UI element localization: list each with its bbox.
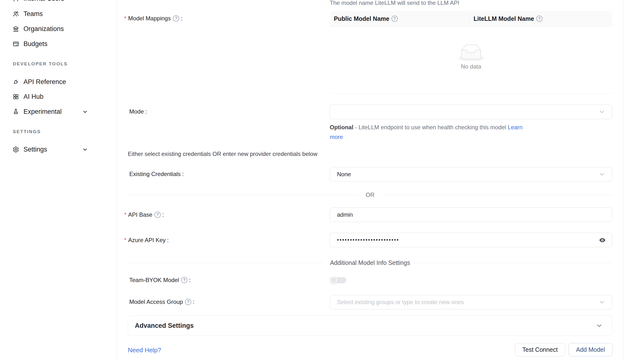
existing-credentials-value: None (337, 171, 351, 178)
api-base-value: admin (337, 211, 353, 218)
sidebar-section-settings: SETTINGS (13, 129, 41, 134)
sidebar-item-api-reference[interactable]: API Reference (0, 75, 117, 88)
table-bottom-border (330, 94, 612, 94)
chevron-down-icon (598, 299, 605, 306)
sidebar-item-label: Experimental (24, 108, 62, 116)
or-divider-text: OR (366, 192, 374, 198)
grid-icon (12, 94, 19, 100)
azure-api-key-input[interactable]: •••••••••••••••••••••••• (330, 233, 612, 247)
flask-icon (12, 108, 19, 115)
bank-icon (12, 26, 19, 32)
users-icon (12, 11, 19, 17)
sidebar-item-label: Settings (24, 146, 47, 153)
chevron-down-icon (598, 108, 605, 115)
help-icon[interactable]: ? (536, 16, 542, 22)
sidebar: Internal Users Teams Organizations Budge… (0, 0, 117, 360)
additional-settings-divider: Additional Model Info Settings (128, 259, 612, 266)
team-byok-toggle[interactable] (330, 276, 347, 284)
api-base-label: * API Base ? : (124, 211, 164, 218)
sidebar-item-label: Organizations (24, 25, 64, 33)
advanced-settings-title: Advanced Settings (135, 322, 194, 330)
add-model-button[interactable]: Add Model (568, 343, 612, 356)
help-icon[interactable]: ? (181, 277, 188, 283)
model-access-group-placeholder: Select existing groups or type to create… (337, 299, 464, 306)
sidebar-item-experimental[interactable]: Experimental (0, 105, 117, 118)
toggle-knob (330, 276, 338, 284)
credentials-hint: Either select existing credentials OR en… (128, 150, 318, 157)
column-header-public-model-name: Public Model Name ? (330, 11, 469, 26)
sidebar-item-internal-users[interactable]: Internal Users (0, 0, 117, 5)
team-byok-label: Team-BYOK Model ? : (124, 277, 190, 284)
table-empty-state: No data (330, 44, 612, 70)
need-help-link[interactable]: Need Help? (128, 346, 161, 354)
empty-state-text: No data (330, 63, 612, 70)
api-base-input[interactable]: admin (330, 208, 612, 222)
required-marker: * (124, 237, 126, 244)
sidebar-item-label: Internal Users (24, 0, 64, 2)
help-icon[interactable]: ? (185, 299, 191, 305)
sidebar-item-ai-hub[interactable]: AI Hub (0, 90, 117, 104)
eye-icon[interactable] (598, 236, 607, 244)
existing-credentials-select[interactable]: None (330, 167, 612, 182)
chevron-down-icon (598, 171, 605, 178)
user-icon (12, 0, 19, 2)
model-mappings-label: * Model Mappings ? : (124, 15, 182, 22)
model-mappings-table-header: Public Model Name ? LiteLLM Model Name ? (330, 11, 612, 27)
additional-settings-divider-text: Additional Model Info Settings (330, 259, 410, 266)
mode-select[interactable] (330, 104, 612, 119)
help-icon[interactable]: ? (154, 212, 161, 218)
help-icon[interactable]: ? (392, 16, 398, 22)
sidebar-item-budgets[interactable]: Budgets (0, 37, 117, 50)
chevron-down-icon (596, 322, 603, 329)
required-marker: * (124, 15, 126, 22)
help-icon[interactable]: ? (173, 15, 179, 22)
add-model-page: Internal Users Teams Organizations Budge… (0, 0, 644, 360)
sidebar-item-label: Teams (24, 10, 43, 18)
mode-helper-text: Optional - LiteLLM endpoint to use when … (330, 122, 526, 142)
sidebar-item-settings[interactable]: Settings (0, 142, 117, 156)
or-divider: OR (128, 192, 612, 198)
azure-api-key-masked-value: •••••••••••••••••••••••• (337, 237, 399, 243)
column-header-litellm-model-name: LiteLLM Model Name ? (470, 11, 612, 26)
sidebar-section-developer-tools: DEVELOPER TOOLS (13, 61, 68, 66)
sidebar-item-label: Budgets (24, 40, 48, 48)
card-right-border (623, 0, 623, 360)
gear-icon (12, 146, 19, 153)
mode-label: Mode : (124, 108, 147, 115)
sidebar-item-label: API Reference (24, 78, 66, 86)
chevron-down-icon (82, 146, 88, 153)
existing-credentials-label: Existing Credentials : (124, 171, 184, 178)
test-connect-button[interactable]: Test Connect (515, 343, 565, 356)
credit-card-icon (12, 41, 19, 47)
model-name-helper-text: The model name LiteLLM will send to the … (330, 0, 459, 6)
sidebar-item-teams[interactable]: Teams (0, 7, 117, 20)
advanced-settings-panel[interactable]: Advanced Settings (128, 316, 612, 336)
plug-icon (12, 79, 19, 85)
chevron-down-icon (82, 108, 88, 115)
model-access-group-select[interactable]: Select existing groups or type to create… (330, 295, 612, 310)
sidebar-item-organizations[interactable]: Organizations (0, 22, 117, 36)
sidebar-item-label: AI Hub (24, 93, 44, 100)
model-access-group-label: Model Access Group ? : (124, 298, 194, 305)
azure-api-key-label: * Azure API Key : (124, 237, 169, 244)
empty-box-icon (458, 44, 484, 61)
required-marker: * (124, 211, 126, 218)
